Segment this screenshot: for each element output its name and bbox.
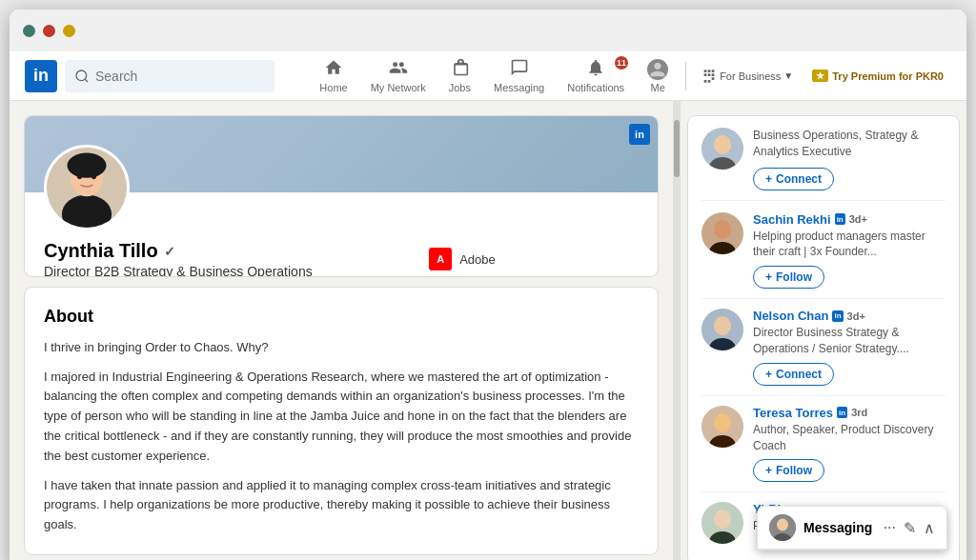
nelson-avatar-img	[702, 309, 743, 350]
search-input[interactable]	[95, 69, 265, 84]
nelson-name[interactable]: Nelson Chan in 3d+	[753, 309, 946, 323]
nelson-connect-label: Connect	[776, 368, 822, 381]
messaging-dots-icon[interactable]: ···	[884, 519, 896, 537]
profile-left: Cynthia Tillo ✓ Director B2B Strategy & …	[44, 240, 429, 276]
home-icon	[324, 58, 343, 80]
profile-avatar-wrap	[44, 145, 130, 230]
sachin-avatar	[702, 212, 743, 254]
about-title: About	[44, 307, 639, 327]
teresa-name[interactable]: Teresa Torres in 3rd	[753, 406, 946, 420]
browser-content: in Home My Network	[10, 51, 966, 560]
sachin-avatar-img	[702, 212, 743, 254]
premium-icon: ★	[812, 70, 828, 82]
follow-plus-icon-2: +	[765, 464, 772, 477]
sachin-desc: Helping product managers master their cr…	[753, 229, 946, 261]
svg-point-25	[777, 519, 788, 531]
teresa-follow-label: Follow	[776, 464, 812, 477]
nelson-connect-button[interactable]: + Connect	[753, 363, 834, 386]
person-item-sachin: Sachin Rekhi in 3d+ Helping product mana…	[702, 203, 946, 300]
top-person-avatar-img	[702, 128, 743, 170]
yibi-avatar	[702, 502, 743, 544]
profile-cover: in	[25, 116, 658, 192]
notification-badge: 11	[615, 56, 628, 70]
nelson-desc: Director Business Strategy & Operations …	[753, 325, 946, 357]
nav-home-label: Home	[319, 82, 347, 93]
profile-section: in Cynthia Tillo ✓ Director B2B Strategy…	[10, 101, 673, 560]
top-person-connect-button[interactable]: + Connect	[753, 168, 834, 190]
svg-point-0	[76, 70, 87, 81]
chevron-down-icon: ▼	[783, 70, 793, 81]
teresa-action: + Follow	[753, 459, 946, 482]
sachin-action: + Follow	[753, 266, 946, 289]
follow-plus-icon-1: +	[765, 270, 772, 284]
search-icon	[74, 69, 90, 84]
top-person-item: Business Operations, Strategy & Analytic…	[702, 128, 946, 201]
nav-for-business[interactable]: For Business ▼	[694, 65, 801, 88]
sachin-follow-button[interactable]: + Follow	[753, 266, 824, 289]
teresa-desc: Author, Speaker, Product Discovery Coach	[753, 422, 946, 454]
nav-messaging[interactable]: Messaging	[484, 54, 554, 97]
nav-home[interactable]: Home	[310, 54, 356, 97]
network-icon	[389, 58, 408, 80]
about-card: About I thrive in bringing Order to Chao…	[25, 288, 658, 554]
teresa-name-text: Teresa Torres	[753, 406, 833, 420]
nav-me[interactable]: Me	[638, 55, 678, 97]
try-premium-label: Try Premium for PKR0	[832, 70, 944, 82]
nav-me-label: Me	[650, 82, 664, 93]
right-sidebar: Business Operations, Strategy & Analytic…	[681, 101, 966, 560]
notifications-icon	[586, 58, 605, 80]
nav-notifications[interactable]: 11 Notifications	[558, 54, 634, 97]
top-person-details: Business Operations, Strategy & Analytic…	[753, 128, 946, 190]
teresa-avatar-img	[702, 406, 743, 448]
titlebar	[10, 10, 966, 51]
person-item-nelson: Nelson Chan in 3d+ Director Business Str…	[702, 299, 946, 396]
profile-avatar	[44, 145, 130, 230]
teresa-follow-button[interactable]: + Follow	[753, 459, 824, 482]
nelson-avatar	[702, 309, 743, 350]
nav-network-label: My Network	[371, 82, 426, 93]
svg-point-16	[714, 316, 731, 335]
svg-point-22	[714, 510, 731, 529]
top-person-desc: Business Operations, Strategy & Analytic…	[753, 128, 946, 160]
nav-jobs[interactable]: Jobs	[439, 54, 480, 97]
nav-my-network[interactable]: My Network	[361, 54, 436, 97]
for-business-label: For Business	[720, 70, 781, 82]
profile-name-row: Cynthia Tillo ✓	[44, 240, 429, 262]
svg-point-8	[67, 153, 106, 178]
nav-notifications-label: Notifications	[567, 82, 624, 93]
messaging-avatar-img	[769, 514, 796, 541]
scrollbar[interactable]	[673, 101, 681, 560]
me-avatar	[647, 59, 668, 80]
yibi-avatar-img	[702, 502, 743, 544]
nelson-linkedin-badge: in	[832, 310, 843, 322]
top-person-avatar	[702, 128, 743, 170]
connect-plus-icon-2: +	[765, 368, 772, 381]
minimize-button[interactable]	[43, 25, 55, 37]
messaging-actions: ··· ✎ ∧	[884, 519, 935, 537]
try-premium[interactable]: ★ Try Premium for PKR0	[804, 66, 951, 86]
about-para-2: I majored in Industrial Engineering & Op…	[44, 368, 639, 467]
top-connect-label: Connect	[776, 172, 822, 186]
work-adobe-name: Adobe	[459, 252, 496, 267]
close-button[interactable]	[23, 25, 35, 37]
sachin-name-text: Sachin Rekhi	[753, 212, 831, 227]
svg-point-10	[714, 135, 731, 154]
teresa-avatar	[702, 406, 743, 448]
nav-messaging-label: Messaging	[494, 82, 544, 93]
teresa-details: Teresa Torres in 3rd Author, Speaker, Pr…	[753, 406, 946, 483]
sachin-degree: 3d+	[849, 213, 867, 225]
about-para-1: I thrive in bringing Order to Chaos. Why…	[44, 338, 639, 358]
messaging-compose-icon[interactable]: ✎	[904, 519, 916, 537]
messaging-header[interactable]: Messaging ··· ✎ ∧	[758, 507, 946, 550]
messaging-widget: Messaging ··· ✎ ∧	[757, 506, 947, 550]
maximize-button[interactable]	[63, 25, 75, 37]
linkedin-logo[interactable]: in	[25, 60, 57, 92]
search-box[interactable]	[65, 60, 274, 92]
messaging-chevron-icon[interactable]: ∧	[924, 519, 935, 537]
avatar-image	[47, 148, 127, 228]
sachin-name[interactable]: Sachin Rekhi in 3d+	[753, 212, 946, 227]
messaging-icon	[510, 58, 529, 80]
nelson-details: Nelson Chan in 3d+ Director Business Str…	[753, 309, 946, 386]
linkedin-profile-icon: in	[629, 124, 650, 145]
browser-window: in Home My Network	[10, 10, 966, 560]
